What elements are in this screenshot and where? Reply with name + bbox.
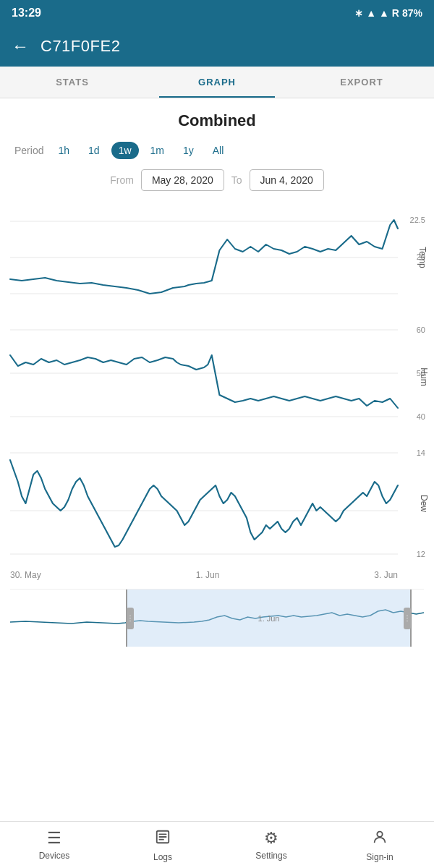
period-1m[interactable]: 1m [143, 142, 171, 159]
dew-chart: 14 12 Dew [10, 438, 398, 569]
temp-axis-label: Temp [417, 247, 427, 268]
x-axis-labels: 30. May 1. Jun 3. Jun [10, 569, 398, 586]
main-content: Combined Period 1h 1d 1w 1m 1y All From … [0, 98, 434, 647]
signal-icon: ▲ [379, 7, 389, 19]
tab-bar: STATS GRAPH EXPORT [0, 67, 434, 98]
x-label-0: 30. May [10, 570, 41, 580]
mini-chart-selection[interactable]: 1. Jun [126, 590, 412, 647]
date-range: From May 28, 2020 To Jun 4, 2020 [0, 163, 434, 200]
hum-value-high: 60 [417, 326, 425, 334]
mini-chart-date-label: 1. Jun [258, 614, 280, 623]
to-date[interactable]: Jun 4, 2020 [250, 169, 324, 191]
period-label: Period [14, 145, 43, 156]
tab-export[interactable]: EXPORT [289, 67, 434, 98]
dew-axis-label: Dew [419, 495, 429, 512]
mini-chart: 1. Jun ⋮ ⋮ [10, 589, 424, 647]
tab-stats[interactable]: STATS [0, 67, 145, 98]
dew-value-high: 14 [417, 448, 425, 457]
period-1w[interactable]: 1w [111, 142, 139, 159]
hum-value-low: 40 [417, 412, 425, 421]
period-all[interactable]: All [205, 142, 231, 159]
hum-axis-label: Hum [418, 367, 428, 386]
from-date[interactable]: May 28, 2020 [141, 169, 224, 191]
x-label-1: 1. Jun [196, 570, 220, 580]
mini-chart-right-handle[interactable]: ⋮ [403, 590, 412, 647]
x-label-2: 3. Jun [374, 570, 398, 580]
battery-level: 87% [402, 7, 422, 19]
status-icons: ∗ ▲ ▲ R 87% [354, 7, 422, 19]
page-title: C71F0FE2 [41, 37, 120, 56]
period-1d[interactable]: 1d [81, 142, 107, 159]
chart-title: Combined [0, 98, 434, 137]
temp-chart: 22.5 20 Temp [10, 200, 398, 315]
temp-value-high: 22.5 [410, 216, 425, 224]
mini-chart-left-handle[interactable]: ⋮ [126, 590, 135, 647]
period-1y[interactable]: 1y [176, 142, 201, 159]
period-1h[interactable]: 1h [51, 142, 77, 159]
period-selector: Period 1h 1d 1w 1m 1y All [0, 137, 434, 163]
wifi-icon: ▲ [366, 7, 376, 19]
status-time: 13:29 [12, 7, 41, 20]
app-bar: ← C71F0FE2 [0, 26, 434, 67]
hum-chart: 60 50 40 Hum [10, 315, 398, 438]
bluetooth-icon: ∗ [354, 7, 363, 19]
battery-r-icon: R [392, 7, 399, 19]
to-label: To [231, 174, 242, 186]
tab-graph[interactable]: GRAPH [145, 67, 289, 98]
status-bar: 13:29 ∗ ▲ ▲ R 87% [0, 0, 434, 26]
back-button[interactable]: ← [12, 36, 29, 56]
from-label: From [110, 174, 134, 186]
dew-value-low: 12 [417, 550, 425, 558]
